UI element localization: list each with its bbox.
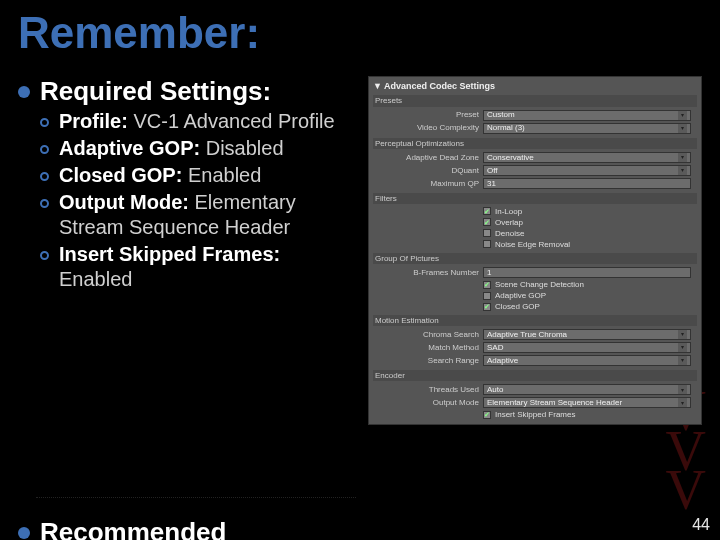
row-video-complexity: Video Complexity Normal (3)▾ bbox=[373, 122, 697, 135]
section-filters: Filters bbox=[373, 193, 697, 204]
closed-gop-label: Closed GOP bbox=[495, 302, 540, 311]
video-complexity-value: Normal (3) bbox=[487, 123, 525, 132]
check-overlap[interactable]: Overlap bbox=[373, 217, 697, 228]
checkbox-icon[interactable] bbox=[483, 218, 491, 226]
range-label: Search Range bbox=[379, 356, 479, 365]
panel-title[interactable]: Advanced Codec Settings bbox=[373, 81, 697, 91]
partial-text: Recommended bbox=[40, 517, 226, 540]
threads-value: Auto bbox=[487, 385, 503, 394]
checkbox-icon[interactable] bbox=[483, 240, 491, 248]
noise-edge-label: Noise Edge Removal bbox=[495, 240, 570, 249]
slide-title: Remember: bbox=[0, 0, 720, 76]
row-bframes: B-Frames Number 1 bbox=[373, 266, 697, 279]
closed-gop-value: Enabled bbox=[188, 164, 261, 186]
threads-dropdown[interactable]: Auto▾ bbox=[483, 384, 691, 395]
adaptive-gop-label: Adaptive GOP bbox=[495, 291, 546, 300]
check-closed-gop[interactable]: Closed GOP bbox=[373, 301, 697, 312]
chevron-down-icon: ▾ bbox=[678, 385, 687, 394]
chevron-down-icon: ▾ bbox=[678, 343, 687, 352]
overlap-label: Overlap bbox=[495, 218, 523, 227]
content-row: Required Settings: Profile: VC-1 Advance… bbox=[0, 76, 720, 425]
advanced-codec-settings-panel: Advanced Codec Settings Presets Preset C… bbox=[368, 76, 702, 425]
maxqp-input[interactable]: 31 bbox=[483, 178, 691, 189]
video-complexity-label: Video Complexity bbox=[379, 123, 479, 132]
profile-value: VC-1 Advanced Profile bbox=[133, 110, 334, 132]
dquant-value: Off bbox=[487, 166, 498, 175]
profile-label: Profile: bbox=[59, 110, 128, 132]
denoise-label: Denoise bbox=[495, 229, 524, 238]
subbullet-icon bbox=[40, 145, 49, 154]
row-dquant: DQuant Off▾ bbox=[373, 164, 697, 177]
checkbox-icon[interactable] bbox=[483, 303, 491, 311]
check-denoise[interactable]: Denoise bbox=[373, 228, 697, 239]
partial-next-bullet: Recommended bbox=[18, 517, 226, 540]
adz-label: Adaptive Dead Zone bbox=[379, 153, 479, 162]
divider bbox=[36, 497, 356, 498]
chevron-down-icon: ▾ bbox=[678, 111, 687, 120]
row-threads: Threads Used Auto▾ bbox=[373, 383, 697, 396]
insert-skipped-label: Insert Skipped Frames bbox=[495, 410, 575, 419]
required-settings-list: Required Settings: Profile: VC-1 Advance… bbox=[18, 76, 358, 425]
range-dropdown[interactable]: Adaptive▾ bbox=[483, 355, 691, 366]
section-gop: Group Of Pictures bbox=[373, 253, 697, 264]
adaptive-gop-label: Adaptive GOP: bbox=[59, 137, 200, 159]
check-scene-change[interactable]: Scene Change Detection bbox=[373, 279, 697, 290]
row-match-method: Match Method SAD▾ bbox=[373, 341, 697, 354]
checkbox-icon[interactable] bbox=[483, 411, 491, 419]
preset-dropdown[interactable]: Custom▾ bbox=[483, 110, 691, 121]
subbullet-icon bbox=[40, 172, 49, 181]
check-adaptive-gop[interactable]: Adaptive GOP bbox=[373, 290, 697, 301]
video-complexity-dropdown[interactable]: Normal (3)▾ bbox=[483, 123, 691, 134]
check-in-loop[interactable]: In-Loop bbox=[373, 206, 697, 217]
section-perceptual: Perceptual Optimizations bbox=[373, 138, 697, 149]
bullet-closed-gop: Closed GOP: Enabled bbox=[40, 163, 358, 188]
threads-label: Threads Used bbox=[379, 385, 479, 394]
checkbox-icon[interactable] bbox=[483, 229, 491, 237]
chevron-down-icon: ▾ bbox=[678, 398, 687, 407]
chroma-dropdown[interactable]: Adaptive True Chroma▾ bbox=[483, 329, 691, 340]
subbullet-icon bbox=[40, 251, 49, 260]
row-chroma-search: Chroma Search Adaptive True Chroma▾ bbox=[373, 328, 697, 341]
dquant-dropdown[interactable]: Off▾ bbox=[483, 165, 691, 176]
output-value: Elementary Stream Sequence Header bbox=[487, 398, 622, 407]
chevron-down-icon: ▾ bbox=[678, 153, 687, 162]
maxqp-label: Maximum QP bbox=[379, 179, 479, 188]
section-encoder: Encoder bbox=[373, 370, 697, 381]
preset-label: Preset bbox=[379, 110, 479, 119]
dquant-label: DQuant bbox=[379, 166, 479, 175]
bullet-dot-icon bbox=[18, 527, 30, 539]
check-insert-skipped[interactable]: Insert Skipped Frames bbox=[373, 409, 697, 420]
bullet-output-mode: Output Mode: Elementary Stream Sequence … bbox=[40, 190, 358, 240]
bframes-input[interactable]: 1 bbox=[483, 267, 691, 278]
adz-dropdown[interactable]: Conservative▾ bbox=[483, 152, 691, 163]
page-number: 44 bbox=[692, 516, 710, 534]
check-noise-edge[interactable]: Noise Edge Removal bbox=[373, 239, 697, 250]
row-preset: Preset Custom▾ bbox=[373, 109, 697, 122]
row-max-qp: Maximum QP 31 bbox=[373, 177, 697, 190]
chevron-down-icon: ▾ bbox=[678, 124, 687, 133]
match-label: Match Method bbox=[379, 343, 479, 352]
range-value: Adaptive bbox=[487, 356, 518, 365]
heading-text: Required Settings: bbox=[40, 76, 271, 107]
chroma-value: Adaptive True Chroma bbox=[487, 330, 567, 339]
chroma-label: Chroma Search bbox=[379, 330, 479, 339]
bullet-dot-icon bbox=[18, 86, 30, 98]
checkbox-icon[interactable] bbox=[483, 292, 491, 300]
insert-skipped-value: Enabled bbox=[59, 268, 132, 290]
chevron-down-icon: ▾ bbox=[678, 356, 687, 365]
closed-gop-label: Closed GOP: bbox=[59, 164, 182, 186]
checkbox-icon[interactable] bbox=[483, 207, 491, 215]
row-adaptive-dead-zone: Adaptive Dead Zone Conservative▾ bbox=[373, 151, 697, 164]
bullet-adaptive-gop: Adaptive GOP: Disabled bbox=[40, 136, 358, 161]
insert-skipped-label: Insert Skipped Frames: bbox=[59, 243, 280, 265]
maxqp-value: 31 bbox=[487, 179, 496, 188]
preset-value: Custom bbox=[487, 110, 515, 119]
match-dropdown[interactable]: SAD▾ bbox=[483, 342, 691, 353]
checkbox-icon[interactable] bbox=[483, 281, 491, 289]
bullet-required-settings: Required Settings: bbox=[18, 76, 358, 107]
output-mode-label: Output Mode: bbox=[59, 191, 189, 213]
bframes-value: 1 bbox=[487, 268, 491, 277]
output-dropdown[interactable]: Elementary Stream Sequence Header▾ bbox=[483, 397, 691, 408]
bullet-profile: Profile: VC-1 Advanced Profile bbox=[40, 109, 358, 134]
adaptive-gop-value: Disabled bbox=[206, 137, 284, 159]
